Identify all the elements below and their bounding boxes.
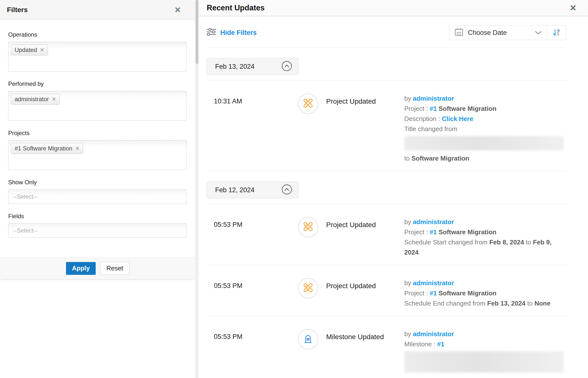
hide-filters-label: Hide Filters [220,29,257,37]
detail-line: Description : Click Here [404,114,564,124]
sort-order-button[interactable] [547,25,566,40]
entry-time: 05:53 PM [206,278,298,290]
detail-link[interactable]: administrator [413,95,454,102]
fields-select[interactable]: --Select-- [8,223,186,238]
projects-filter-input[interactable]: #1 Software Migration ✕ [8,140,186,170]
detail-text: Feb 13, 2024 [487,300,525,307]
detail-line: Schedule Start changed from Feb 8, 2024 … [404,237,564,258]
updates-close-icon[interactable]: ✕ [570,4,577,12]
detail-link[interactable]: administrator [413,279,454,287]
entry-time: 05:53 PM [206,217,298,229]
detail-link[interactable]: administrator [413,330,454,338]
calendar-icon [454,27,463,38]
detail-link[interactable]: administrator [413,218,454,226]
filter-label-show-only: Show Only [8,179,186,186]
detail-line: Project : #1 Software Migration [404,227,564,237]
toolbar-right: Choose Date [449,25,566,40]
entry-time: 10:31 AM [206,94,298,105]
detail-link[interactable]: #1 [437,340,444,348]
update-entry: 05:53 PMProject Updatedby administratorP… [206,265,566,316]
redacted-text-blur [404,136,564,150]
filter-section-projects: Projects #1 Software Migration ✕ [8,130,186,170]
updates-timeline: Feb 13, 202410:31 AMProject Updatedby ad… [206,58,566,378]
divider [206,171,566,171]
updates-title: Recent Updates [207,3,265,12]
entry-time: 05:53 PM [206,329,298,341]
apply-button[interactable]: Apply [66,262,96,275]
detail-text: by [404,330,413,338]
detail-text: Project : [404,289,430,297]
show-only-select[interactable]: --Select-- [8,189,186,204]
detail-line: Milestone : #1 [404,339,564,349]
filter-section-fields: Fields --Select-- [8,213,186,238]
hide-filters-button[interactable]: Hide Filters [206,28,257,38]
detail-link[interactable]: #1 [430,289,437,297]
detail-text: Software Migration [437,289,497,297]
detail-link[interactable]: Click Here [442,115,473,122]
performed-by-filter-input[interactable]: administrator ✕ [8,91,186,121]
update-entry: 05:53 PMMilestone Updatedby administrato… [206,316,566,378]
detail-text: Software Migration [437,228,497,236]
project-icon [302,97,314,110]
detail-text: to [524,377,533,378]
reset-button[interactable]: Reset [100,262,129,275]
detail-line: by administrator [404,278,564,288]
detail-text: to [524,238,533,246]
filters-close-icon[interactable]: ✕ [174,6,181,14]
detail-text: Software Migration [411,155,469,162]
detail-line: by administrator [404,217,564,227]
updates-header: Recent Updates ✕ [199,0,588,16]
chip-remove-icon[interactable]: ✕ [40,47,44,53]
detail-link[interactable]: #1 [430,228,437,236]
page: Filters ✕ Operations Updated ✕ Performed… [0,0,588,378]
entry-type-icon [298,278,318,298]
operations-filter-input[interactable]: Updated ✕ [8,42,186,71]
collapse-group-icon[interactable] [281,184,292,196]
chip-remove-icon[interactable]: ✕ [52,96,56,102]
detail-line: Title changed from [404,124,564,134]
filter-chip: #1 Software Migration ✕ [11,143,83,154]
scrollbar-thumb[interactable] [196,0,198,64]
chip-remove-icon[interactable]: ✕ [75,145,79,151]
recent-updates-panel: Recent Updates ✕ [199,0,588,378]
filter-label-operations: Operations [8,31,186,38]
filter-chip: administrator ✕ [11,94,60,105]
milestone-icon [302,333,314,345]
detail-text: Feb 2, 2024 [489,377,524,378]
choose-date-dropdown[interactable]: Choose Date [449,25,547,40]
filters-title: Filters [7,6,28,14]
detail-line: Project : #1 Software Migration [404,288,564,298]
filter-label-projects: Projects [8,130,186,137]
filters-header: Filters ✕ [0,0,195,20]
collapse-group-icon[interactable] [281,61,292,72]
date-group-header[interactable]: Feb 12, 2024 [206,182,298,198]
group-date-label: Feb 12, 2024 [215,186,254,194]
detail-text: by [404,218,413,226]
detail-text: to [404,155,411,162]
detail-text: Schedule Start changed from [404,377,489,378]
updates-content: Hide Filters [199,16,588,378]
detail-text: Software Migration [437,105,497,112]
detail-line: to Software Migration [404,153,564,164]
entry-details: by administratorMilestone : #1Schedule S… [404,329,564,378]
detail-text: Project : [404,105,430,112]
detail-text: by [404,279,413,287]
entry-icon-column [298,94,319,114]
select-placeholder: --Select-- [13,227,37,234]
entry-event-label: Milestone Updated [319,329,404,341]
detail-text: Title changed from [404,125,457,133]
detail-text: Schedule Start changed from [404,238,489,246]
entry-details: by administratorProject : #1 Software Mi… [404,217,564,258]
select-placeholder: --Select-- [13,193,37,200]
entry-icon-column [298,329,319,349]
date-group-header[interactable]: Feb 13, 2024 [206,58,298,75]
filters-footer: Apply Reset [0,257,195,279]
detail-link[interactable]: #1 [430,105,437,112]
detail-text: to [525,300,534,307]
detail-line: Schedule End changed from Feb 13, 2024 t… [404,298,564,308]
updates-toolbar: Hide Filters [206,16,566,48]
sliders-icon [206,28,216,38]
panel-scrollbar[interactable] [195,0,199,378]
choose-date-label: Choose Date [468,29,507,37]
entry-icon-column [298,278,319,298]
